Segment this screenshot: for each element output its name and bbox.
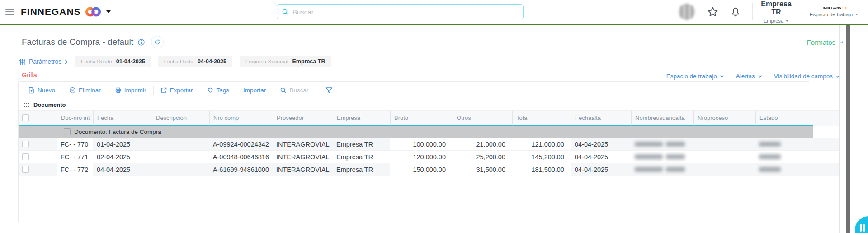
cell-fecha: 02-04-2025	[93, 151, 152, 163]
col-doc-nro-int[interactable]: Doc-nro int	[57, 111, 93, 126]
cell-total: 181,500.00	[512, 163, 571, 176]
company-name: Empresa TR	[755, 0, 797, 16]
param-label: Fecha Hasta	[164, 59, 193, 64]
workspace-switcher[interactable]: FINNEGANS CO Espacio de trabajo	[800, 6, 868, 17]
export-button[interactable]: Exportar	[154, 85, 200, 96]
cell-nrocomp: A-61699-94861000	[209, 163, 273, 176]
col-nroproceso[interactable]: Nroproceso	[693, 111, 755, 126]
documents-grid: Documento Doc-nro int Fecha Descripción …	[18, 99, 839, 222]
tags-button[interactable]: Tags	[200, 85, 236, 96]
row-checkbox[interactable]	[22, 153, 29, 160]
blurred-text	[759, 167, 781, 172]
blurred-text	[666, 167, 685, 172]
search-icon	[280, 87, 287, 94]
blurred-text	[759, 154, 781, 159]
panel-border	[839, 25, 840, 233]
chevron-down-icon	[785, 20, 789, 22]
col-total[interactable]: Total	[512, 111, 571, 126]
pause-fab-button[interactable]	[855, 216, 868, 233]
cell-bruto: 150,000.00	[390, 163, 453, 176]
new-button[interactable]: Nuevo	[21, 85, 62, 96]
group-row[interactable]: Documento: Factura de Compra	[19, 126, 839, 138]
cell-empresa: Empresa TR	[333, 163, 390, 176]
group-band[interactable]: Documento	[19, 99, 839, 111]
param-chip-fecha-hasta[interactable]: Fecha Hasta 04-04-2025	[158, 56, 232, 67]
col-fechaalta[interactable]: Fechaalta	[571, 111, 631, 126]
table-row[interactable]: FC- - 770 01-04-2025 A-09924-00024342 IN…	[19, 138, 839, 151]
field-visibility-link[interactable]: Visibilidad de campos	[774, 73, 840, 80]
tab-grilla[interactable]: Grilla	[22, 71, 37, 79]
app-logo[interactable]: FINNEGANS	[21, 6, 111, 18]
col-proveedor[interactable]: Proveedor	[273, 111, 333, 126]
menu-hamburger-icon[interactable]	[5, 9, 14, 15]
company-switcher[interactable]: Empresa TR Empresa	[753, 0, 800, 24]
cell-empresa: Empresa TR	[333, 151, 390, 163]
col-nro-comp[interactable]: Nro comp	[209, 111, 273, 126]
cell-otros: 25,200.00	[453, 151, 512, 163]
col-estado[interactable]: Estado	[755, 111, 813, 126]
formats-dropdown[interactable]: Formatos	[807, 38, 844, 46]
cell-doc: FC- - 772	[57, 163, 93, 176]
row-checkbox[interactable]	[22, 141, 29, 147]
sliders-icon	[19, 58, 26, 65]
table-row[interactable]: FC- - 771 02-04-2025 A-00948-00646816 IN…	[19, 151, 839, 163]
cell-bruto: 120,000.00	[390, 151, 453, 163]
drag-grid-icon	[24, 102, 29, 108]
chevron-right-icon	[65, 59, 68, 64]
refresh-button[interactable]	[151, 36, 164, 48]
cell-otros: 21,000.00	[453, 138, 512, 150]
delete-button[interactable]: Eliminar	[62, 85, 108, 96]
param-value: Empresa TR	[292, 58, 325, 65]
alerts-link[interactable]: Alertas	[736, 73, 762, 80]
cell-otros: 31,500.00	[453, 163, 512, 176]
param-chip-fecha-desde[interactable]: Fecha Desde 01-04-2025	[75, 56, 151, 67]
brand-green-bar	[0, 24, 868, 25]
parameters-button[interactable]: Parámetros	[19, 58, 68, 65]
param-label: Fecha Desde	[81, 59, 112, 64]
cell-nrocomp: A-00948-00646816	[209, 151, 273, 163]
circle-x-icon	[69, 87, 76, 94]
workspace-link[interactable]: Espacio de trabajo	[666, 73, 724, 80]
cell-fechaalta: 04-04-2025	[571, 138, 631, 150]
param-value: 04-04-2025	[198, 58, 226, 65]
table-row[interactable]: FC- - 772 04-04-2025 A-61699-94861000 IN…	[19, 163, 839, 176]
cell-empresa: Empresa TR	[333, 138, 390, 150]
col-empresa[interactable]: Empresa	[333, 111, 390, 126]
print-button[interactable]: Imprimir	[108, 85, 153, 96]
col-descripcion[interactable]: Descripción	[152, 111, 209, 126]
cell-fechaalta: 04-04-2025	[571, 163, 631, 176]
row-checkbox[interactable]	[22, 166, 29, 173]
blurred-app-icon[interactable]	[679, 4, 695, 20]
group-row-label: Documento: Factura de Compra	[74, 128, 161, 135]
favorites-star-icon[interactable]	[707, 6, 719, 18]
grid-search-button[interactable]: Buscar	[273, 85, 315, 96]
col-fecha[interactable]: Fecha	[93, 111, 152, 126]
export-icon	[160, 87, 167, 94]
global-search	[277, 4, 524, 19]
formats-label: Formatos	[807, 38, 835, 46]
cell-doc: FC- - 771	[57, 151, 93, 163]
import-button[interactable]: Importar	[236, 85, 273, 96]
scrollbar-thumb[interactable]	[846, 25, 850, 233]
info-icon[interactable]	[138, 39, 145, 46]
select-all-checkbox[interactable]	[22, 114, 29, 121]
param-chip-empresa-sucursal[interactable]: Empresa-Sucursal Empresa TR	[240, 56, 331, 67]
col-otros[interactable]: Otros	[453, 111, 512, 126]
blurred-text	[666, 154, 685, 159]
cell-usuario-blurred	[631, 138, 693, 150]
cell-doc: FC- - 770	[57, 138, 93, 150]
cell-estado-blurred	[755, 163, 813, 176]
col-bruto[interactable]: Bruto	[390, 111, 453, 126]
workspace-menu-label: Espacio de trabajo	[810, 12, 853, 17]
search-input[interactable]	[292, 8, 519, 16]
group-checkbox[interactable]	[64, 128, 71, 135]
new-document-icon	[28, 87, 35, 94]
group-band-label: Documento	[33, 101, 66, 108]
notifications-bell-icon[interactable]	[730, 6, 741, 18]
col-nombreusuarioalta[interactable]: Nombreusuarioalta	[631, 111, 693, 126]
cell-nroproceso	[693, 163, 755, 176]
cell-proveedor: INTERAGROVIAL	[273, 138, 333, 150]
cell-fecha: 04-04-2025	[93, 163, 152, 176]
cell-nroproceso	[693, 151, 755, 163]
filter-funnel-icon[interactable]	[325, 87, 333, 94]
